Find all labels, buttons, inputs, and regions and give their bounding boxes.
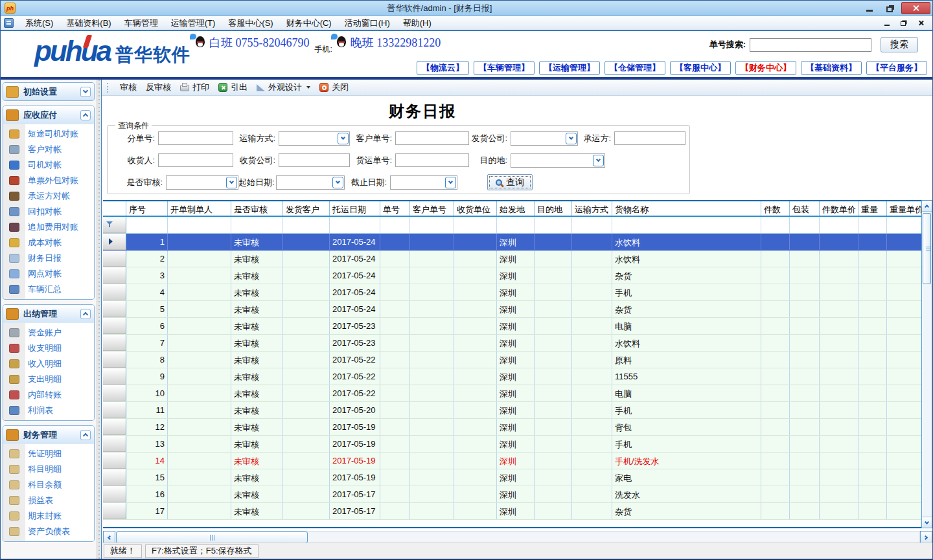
sidebar-item[interactable]: 回扣对帐 bbox=[3, 204, 94, 219]
query-select[interactable] bbox=[279, 131, 350, 146]
table-row[interactable]: 8未审核2017-05-22深圳原料 bbox=[103, 352, 923, 368]
row-indicator[interactable] bbox=[103, 436, 126, 452]
row-indicator[interactable] bbox=[103, 503, 126, 519]
query-input[interactable] bbox=[395, 131, 469, 145]
sidebar-item[interactable]: 损益表 bbox=[3, 493, 94, 508]
filter-cell[interactable] bbox=[410, 217, 454, 233]
sidebar-item[interactable]: 科目余额 bbox=[3, 477, 94, 493]
order-search-input[interactable] bbox=[750, 38, 871, 52]
query-input[interactable] bbox=[158, 131, 233, 145]
horizontal-scrollbar[interactable] bbox=[103, 531, 932, 544]
scroll-left-button[interactable] bbox=[103, 531, 115, 544]
table-row[interactable]: 4未审核2017-05-24深圳手机 bbox=[103, 284, 923, 301]
table-row[interactable]: 14未审核2017-05-19深圳手机/洗发水 bbox=[103, 453, 923, 469]
menu-item[interactable]: 系统(S) bbox=[19, 17, 60, 29]
sidebar-item[interactable]: 短途司机对账 bbox=[3, 126, 94, 142]
row-indicator[interactable] bbox=[103, 368, 126, 385]
grid-column-header[interactable]: 件数 bbox=[761, 201, 790, 216]
sidebar-item[interactable]: 科目明细 bbox=[3, 462, 94, 477]
close-button[interactable] bbox=[901, 2, 930, 14]
table-row[interactable]: 1未审核2017-05-24深圳水饮料 bbox=[103, 234, 923, 251]
sidebar-item[interactable]: 支出明细 bbox=[3, 372, 94, 387]
row-indicator[interactable] bbox=[103, 318, 126, 334]
module-button[interactable]: 【运输管理】 bbox=[539, 61, 600, 75]
query-input[interactable] bbox=[279, 153, 350, 167]
query-input[interactable] bbox=[395, 153, 469, 167]
filter-cell[interactable] bbox=[283, 217, 330, 233]
panel-toggle-button[interactable] bbox=[80, 110, 91, 120]
sidebar-item[interactable]: 网点对帐 bbox=[3, 266, 94, 282]
filter-cell[interactable] bbox=[572, 217, 612, 233]
grid-column-header[interactable]: 目的地 bbox=[535, 201, 572, 216]
row-indicator[interactable] bbox=[103, 335, 126, 351]
toolbar-item[interactable]: 打印 bbox=[176, 81, 214, 95]
horizontal-scroll-track[interactable] bbox=[115, 531, 920, 544]
sidebar-panel-header[interactable]: 应收应付 bbox=[3, 106, 94, 124]
sidebar-splitter[interactable] bbox=[97, 80, 101, 559]
query-input[interactable] bbox=[614, 131, 685, 145]
sidebar-panel-header[interactable]: 财务管理 bbox=[3, 426, 94, 443]
module-button[interactable]: 【客服中心】 bbox=[670, 61, 731, 75]
filter-cell[interactable] bbox=[790, 217, 820, 233]
vertical-scrollbar[interactable] bbox=[921, 200, 932, 528]
filter-cell[interactable] bbox=[858, 217, 887, 233]
dropdown-button[interactable] bbox=[226, 177, 237, 188]
sidebar-item[interactable]: 成本对帐 bbox=[3, 235, 94, 251]
table-row[interactable]: 10未审核2017-05-22深圳电脑 bbox=[103, 385, 923, 402]
toolbar-grip[interactable] bbox=[107, 83, 109, 93]
grid-column-header[interactable]: 托运日期 bbox=[330, 201, 380, 216]
sidebar-item[interactable]: 财务日报 bbox=[3, 251, 94, 266]
mdi-close-button[interactable] bbox=[916, 19, 926, 28]
filter-cell[interactable] bbox=[535, 217, 572, 233]
toolbar-item[interactable]: 外观设计 bbox=[252, 81, 315, 95]
grid-filter-row[interactable] bbox=[103, 217, 923, 234]
row-indicator[interactable] bbox=[103, 453, 126, 469]
filter-cell[interactable] bbox=[497, 217, 535, 233]
query-button[interactable]: 查询 bbox=[487, 174, 533, 190]
sidebar-panel-header[interactable]: 初始设置 bbox=[3, 83, 94, 100]
filter-cell[interactable] bbox=[231, 217, 283, 233]
horizontal-scroll-thumb[interactable] bbox=[116, 532, 308, 543]
table-row[interactable]: 13未审核2017-05-19深圳手机 bbox=[103, 436, 923, 453]
row-indicator[interactable] bbox=[103, 251, 126, 267]
sidebar-item[interactable]: 资金账户 bbox=[3, 325, 94, 341]
grid-column-header[interactable]: 重量 bbox=[858, 201, 887, 216]
query-select[interactable] bbox=[276, 175, 345, 190]
qq-night-icon[interactable] bbox=[334, 35, 348, 49]
sidebar-item[interactable]: 车辆汇总 bbox=[3, 282, 94, 297]
grid-column-header[interactable]: 发货客户 bbox=[283, 201, 330, 216]
query-select[interactable] bbox=[511, 153, 605, 168]
filter-cell[interactable] bbox=[454, 217, 497, 233]
sidebar-item[interactable]: 收入明细 bbox=[3, 356, 94, 372]
panel-toggle-button[interactable] bbox=[80, 87, 91, 97]
row-indicator[interactable] bbox=[103, 419, 126, 435]
sidebar-item[interactable]: 司机对帐 bbox=[3, 157, 94, 173]
table-row[interactable]: 5未审核2017-05-24深圳杂货 bbox=[103, 301, 923, 318]
dropdown-button[interactable] bbox=[332, 177, 343, 188]
filter-cell[interactable] bbox=[126, 217, 168, 233]
sidebar-item[interactable]: 承运方对帐 bbox=[3, 188, 94, 204]
table-row[interactable]: 15未审核2017-05-19深圳家电 bbox=[103, 469, 923, 486]
grid-column-header[interactable]: 始发地 bbox=[497, 201, 535, 216]
qq-day-icon[interactable] bbox=[192, 35, 207, 49]
sidebar-item[interactable]: 收支明细 bbox=[3, 341, 94, 356]
filter-cell[interactable] bbox=[887, 217, 923, 233]
table-row[interactable]: 16未审核2017-05-17深圳洗发水 bbox=[103, 486, 923, 503]
table-row[interactable]: 2未审核2017-05-24深圳水饮料 bbox=[103, 251, 923, 267]
table-row[interactable]: 17未审核2017-05-17深圳杂货 bbox=[103, 503, 923, 520]
row-indicator[interactable] bbox=[103, 284, 126, 300]
dropdown-button[interactable] bbox=[445, 177, 456, 188]
filter-row-indicator[interactable] bbox=[103, 217, 126, 233]
sidebar-item[interactable]: 资产负债表 bbox=[3, 524, 94, 539]
grid-column-header[interactable]: 重量单价 bbox=[887, 201, 923, 216]
module-button[interactable]: 【物流云】 bbox=[417, 61, 469, 75]
scroll-up-button[interactable] bbox=[922, 201, 932, 212]
row-indicator[interactable] bbox=[103, 469, 126, 486]
menu-item[interactable]: 客服中心(S) bbox=[222, 17, 279, 29]
row-indicator[interactable] bbox=[103, 402, 126, 418]
order-search-button[interactable]: 搜索 bbox=[881, 37, 918, 52]
table-row[interactable]: 12未审核2017-05-19深圳背包 bbox=[103, 419, 923, 436]
toolbar-item[interactable]: 审核 bbox=[115, 81, 141, 95]
scroll-down-button[interactable] bbox=[922, 517, 932, 528]
grid-column-header[interactable]: 单号 bbox=[380, 201, 410, 216]
